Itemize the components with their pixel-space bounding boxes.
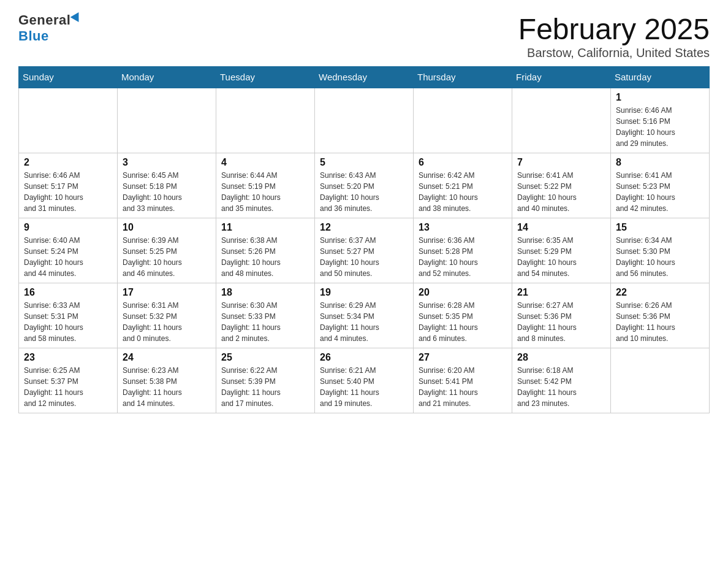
month-title: February 2025 xyxy=(518,12,710,46)
day-number: 9 xyxy=(24,222,112,233)
day-number: 3 xyxy=(123,157,211,168)
day-info: Sunrise: 6:33 AM Sunset: 5:31 PM Dayligh… xyxy=(24,300,112,344)
day-number: 28 xyxy=(517,352,605,363)
calendar-cell: 23Sunrise: 6:25 AM Sunset: 5:37 PM Dayli… xyxy=(19,348,118,413)
day-number: 2 xyxy=(24,157,112,168)
calendar-cell xyxy=(19,88,118,153)
day-number: 18 xyxy=(221,287,309,298)
calendar-cell xyxy=(512,88,611,153)
calendar-cell: 4Sunrise: 6:44 AM Sunset: 5:19 PM Daylig… xyxy=(216,153,315,218)
day-number: 24 xyxy=(123,352,211,363)
calendar-cell: 5Sunrise: 6:43 AM Sunset: 5:20 PM Daylig… xyxy=(315,153,414,218)
day-info: Sunrise: 6:37 AM Sunset: 5:27 PM Dayligh… xyxy=(320,235,408,279)
day-number: 8 xyxy=(616,157,704,168)
calendar-cell: 24Sunrise: 6:23 AM Sunset: 5:38 PM Dayli… xyxy=(118,348,216,413)
day-of-week-header: Thursday xyxy=(414,67,512,88)
calendar-cell: 22Sunrise: 6:26 AM Sunset: 5:36 PM Dayli… xyxy=(611,283,710,348)
calendar-cell: 13Sunrise: 6:36 AM Sunset: 5:28 PM Dayli… xyxy=(414,218,512,283)
day-info: Sunrise: 6:35 AM Sunset: 5:29 PM Dayligh… xyxy=(517,235,605,279)
calendar-cell xyxy=(216,88,315,153)
calendar-cell: 8Sunrise: 6:41 AM Sunset: 5:23 PM Daylig… xyxy=(611,153,710,218)
day-number: 27 xyxy=(419,352,507,363)
day-info: Sunrise: 6:42 AM Sunset: 5:21 PM Dayligh… xyxy=(419,170,507,214)
page-header: General Blue February 2025 Barstow, Cali… xyxy=(18,12,710,60)
calendar-week-row: 23Sunrise: 6:25 AM Sunset: 5:37 PM Dayli… xyxy=(19,348,710,413)
calendar-cell: 3Sunrise: 6:45 AM Sunset: 5:18 PM Daylig… xyxy=(118,153,216,218)
day-number: 16 xyxy=(24,287,112,298)
calendar-cell: 11Sunrise: 6:38 AM Sunset: 5:26 PM Dayli… xyxy=(216,218,315,283)
calendar-week-row: 16Sunrise: 6:33 AM Sunset: 5:31 PM Dayli… xyxy=(19,283,710,348)
day-info: Sunrise: 6:39 AM Sunset: 5:25 PM Dayligh… xyxy=(123,235,211,279)
day-info: Sunrise: 6:25 AM Sunset: 5:37 PM Dayligh… xyxy=(24,365,112,409)
day-number: 1 xyxy=(616,92,704,103)
day-number: 12 xyxy=(320,222,408,233)
calendar-cell: 9Sunrise: 6:40 AM Sunset: 5:24 PM Daylig… xyxy=(19,218,118,283)
day-info: Sunrise: 6:46 AM Sunset: 5:16 PM Dayligh… xyxy=(616,105,704,149)
calendar-cell: 26Sunrise: 6:21 AM Sunset: 5:40 PM Dayli… xyxy=(315,348,414,413)
day-info: Sunrise: 6:20 AM Sunset: 5:41 PM Dayligh… xyxy=(419,365,507,409)
calendar-cell: 10Sunrise: 6:39 AM Sunset: 5:25 PM Dayli… xyxy=(118,218,216,283)
calendar-cell xyxy=(315,88,414,153)
day-of-week-header: Tuesday xyxy=(216,67,315,88)
day-number: 5 xyxy=(320,157,408,168)
day-info: Sunrise: 6:36 AM Sunset: 5:28 PM Dayligh… xyxy=(419,235,507,279)
day-number: 4 xyxy=(221,157,309,168)
day-info: Sunrise: 6:46 AM Sunset: 5:17 PM Dayligh… xyxy=(24,170,112,214)
calendar-week-row: 1Sunrise: 6:46 AM Sunset: 5:16 PM Daylig… xyxy=(19,88,710,153)
day-info: Sunrise: 6:27 AM Sunset: 5:36 PM Dayligh… xyxy=(517,300,605,344)
day-info: Sunrise: 6:31 AM Sunset: 5:32 PM Dayligh… xyxy=(123,300,211,344)
logo-general-text: General xyxy=(18,12,70,28)
calendar-week-row: 2Sunrise: 6:46 AM Sunset: 5:17 PM Daylig… xyxy=(19,153,710,218)
day-number: 13 xyxy=(419,222,507,233)
day-of-week-header: Friday xyxy=(512,67,611,88)
day-info: Sunrise: 6:21 AM Sunset: 5:40 PM Dayligh… xyxy=(320,365,408,409)
calendar-cell: 28Sunrise: 6:18 AM Sunset: 5:42 PM Dayli… xyxy=(512,348,611,413)
calendar-cell xyxy=(118,88,216,153)
day-number: 23 xyxy=(24,352,112,363)
day-number: 6 xyxy=(419,157,507,168)
calendar-cell: 7Sunrise: 6:41 AM Sunset: 5:22 PM Daylig… xyxy=(512,153,611,218)
day-of-week-header: Wednesday xyxy=(315,67,414,88)
day-info: Sunrise: 6:23 AM Sunset: 5:38 PM Dayligh… xyxy=(123,365,211,409)
day-info: Sunrise: 6:30 AM Sunset: 5:33 PM Dayligh… xyxy=(221,300,309,344)
calendar-header-row: SundayMondayTuesdayWednesdayThursdayFrid… xyxy=(19,67,710,88)
day-of-week-header: Monday xyxy=(118,67,216,88)
day-info: Sunrise: 6:38 AM Sunset: 5:26 PM Dayligh… xyxy=(221,235,309,279)
logo-triangle-icon xyxy=(70,12,83,25)
day-info: Sunrise: 6:22 AM Sunset: 5:39 PM Dayligh… xyxy=(221,365,309,409)
day-number: 21 xyxy=(517,287,605,298)
day-of-week-header: Sunday xyxy=(19,67,118,88)
calendar-cell: 20Sunrise: 6:28 AM Sunset: 5:35 PM Dayli… xyxy=(414,283,512,348)
calendar-cell: 14Sunrise: 6:35 AM Sunset: 5:29 PM Dayli… xyxy=(512,218,611,283)
day-number: 19 xyxy=(320,287,408,298)
day-number: 14 xyxy=(517,222,605,233)
day-number: 26 xyxy=(320,352,408,363)
day-number: 17 xyxy=(123,287,211,298)
calendar-cell: 12Sunrise: 6:37 AM Sunset: 5:27 PM Dayli… xyxy=(315,218,414,283)
calendar-cell: 18Sunrise: 6:30 AM Sunset: 5:33 PM Dayli… xyxy=(216,283,315,348)
day-info: Sunrise: 6:45 AM Sunset: 5:18 PM Dayligh… xyxy=(123,170,211,214)
calendar-cell: 17Sunrise: 6:31 AM Sunset: 5:32 PM Dayli… xyxy=(118,283,216,348)
day-number: 20 xyxy=(419,287,507,298)
calendar-table: SundayMondayTuesdayWednesdayThursdayFrid… xyxy=(18,66,710,413)
logo-blue-text: Blue xyxy=(18,28,49,44)
calendar-cell: 25Sunrise: 6:22 AM Sunset: 5:39 PM Dayli… xyxy=(216,348,315,413)
day-number: 22 xyxy=(616,287,704,298)
calendar-cell: 6Sunrise: 6:42 AM Sunset: 5:21 PM Daylig… xyxy=(414,153,512,218)
day-info: Sunrise: 6:26 AM Sunset: 5:36 PM Dayligh… xyxy=(616,300,704,344)
day-of-week-header: Saturday xyxy=(611,67,710,88)
title-block: February 2025 Barstow, California, Unite… xyxy=(518,12,710,60)
day-info: Sunrise: 6:40 AM Sunset: 5:24 PM Dayligh… xyxy=(24,235,112,279)
logo: General Blue xyxy=(18,12,82,44)
calendar-cell: 2Sunrise: 6:46 AM Sunset: 5:17 PM Daylig… xyxy=(19,153,118,218)
calendar-cell: 1Sunrise: 6:46 AM Sunset: 5:16 PM Daylig… xyxy=(611,88,710,153)
day-info: Sunrise: 6:34 AM Sunset: 5:30 PM Dayligh… xyxy=(616,235,704,279)
calendar-cell: 21Sunrise: 6:27 AM Sunset: 5:36 PM Dayli… xyxy=(512,283,611,348)
calendar-cell: 27Sunrise: 6:20 AM Sunset: 5:41 PM Dayli… xyxy=(414,348,512,413)
day-info: Sunrise: 6:28 AM Sunset: 5:35 PM Dayligh… xyxy=(419,300,507,344)
day-number: 11 xyxy=(221,222,309,233)
day-number: 7 xyxy=(517,157,605,168)
calendar-week-row: 9Sunrise: 6:40 AM Sunset: 5:24 PM Daylig… xyxy=(19,218,710,283)
calendar-cell: 16Sunrise: 6:33 AM Sunset: 5:31 PM Dayli… xyxy=(19,283,118,348)
day-info: Sunrise: 6:44 AM Sunset: 5:19 PM Dayligh… xyxy=(221,170,309,214)
